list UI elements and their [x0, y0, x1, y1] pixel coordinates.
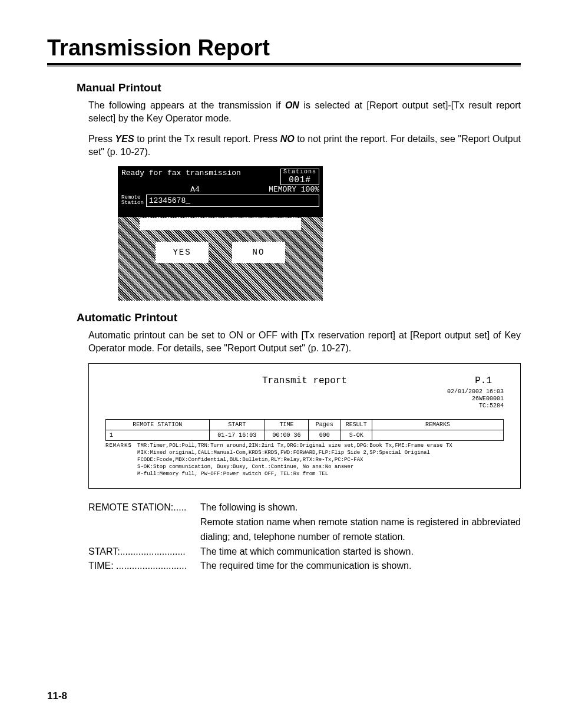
def-body-remote: The following is shown.	[200, 500, 521, 515]
report-tc: TC:5284	[447, 403, 504, 410]
no-button[interactable]: NO	[232, 242, 285, 263]
para-manual-2: Press YES to print the Tx result report.…	[88, 133, 521, 158]
report-remarks-legend: REMARKS TMR:Timer,POL:Poll,TRN:Turn arou…	[105, 442, 504, 478]
col-start: START	[209, 419, 265, 430]
page-title: Transmission Report	[47, 35, 521, 61]
lcd-stations-label: Stations	[283, 169, 316, 175]
text-no: NO	[280, 134, 295, 144]
report-id: 26WE00001	[447, 396, 504, 403]
remarks-line: M-full:Memory full, PW-OFF:Power switch …	[137, 470, 504, 477]
heading-automatic: Automatic Printout	[77, 311, 521, 324]
para-manual-1: The following appears at the transmissio…	[88, 99, 521, 124]
table-row: 1 01-17 16:03 00:00 36 000 S-OK	[106, 430, 504, 440]
remarks-lines: TMR:Timer,POL:Poll,TRN:Turn around,2IN:2…	[137, 442, 504, 478]
report-title: Transmit report	[105, 375, 504, 386]
fax-lcd-panel: Ready for fax transmission Stations 001#…	[118, 166, 323, 301]
remarks-line: TMR:Timer,POL:Poll,TRN:Turn around,2IN:2…	[137, 442, 504, 449]
lcd-stations-box: Stations 001#	[280, 169, 319, 185]
text: to print the Tx result report. Press	[134, 134, 280, 144]
para-automatic: Automatic printout can be set to ON or O…	[88, 329, 521, 354]
transmit-report-sample: Transmit report P.1 02/01/2002 16:03 26W…	[88, 363, 521, 489]
cell-result: S-OK	[340, 430, 372, 440]
col-time: TIME	[265, 419, 309, 430]
rule-thin	[47, 67, 521, 67]
def-term-time: TIME: ...........................	[88, 559, 200, 574]
cell-start: 01-17 16:03	[209, 430, 265, 440]
def-sub-remote: Remote station name when remote station …	[200, 515, 521, 545]
def-term-remote: REMOTE STATION:.....	[88, 500, 200, 515]
report-page: P.1	[475, 375, 492, 386]
def-body-start: The time at which communication started …	[200, 545, 521, 559]
page-number: 11-8	[47, 690, 67, 702]
col-pages: Pages	[309, 419, 340, 430]
def-term-start: START:.........................	[88, 545, 200, 559]
lcd-stations-value: 001#	[289, 175, 311, 185]
cell-pages: 000	[309, 430, 340, 440]
remarks-label: REMARKS	[105, 442, 137, 478]
lcd-memory: MEMORY 100%	[269, 185, 319, 194]
col-remote: REMOTE STATION	[106, 419, 210, 430]
remarks-line: FCODE:Fcode,MBX:Confidential,BUL:Bulleti…	[137, 456, 504, 463]
report-meta: 02/01/2002 16:03 26WE00001 TC:5284	[447, 388, 504, 410]
field-definitions: REMOTE STATION:..... The following is sh…	[88, 500, 521, 574]
heading-manual: Manual Printout	[77, 81, 521, 94]
text: The following appears at the transmissio…	[88, 100, 285, 110]
lcd-paper-size: A4	[121, 185, 269, 194]
report-date: 02/01/2002 16:03	[447, 388, 504, 396]
text: Press	[88, 134, 115, 144]
text-on: ON	[285, 100, 299, 110]
cell-time: 00:00 36	[265, 430, 309, 440]
yes-button[interactable]: YES	[156, 242, 209, 263]
rule-thick	[47, 63, 521, 65]
lcd-remote-label: RemoteStation	[121, 195, 144, 206]
def-body-time: The required time for the communication …	[200, 559, 521, 574]
report-table: REMOTE STATION START TIME Pages RESULT R…	[105, 419, 504, 441]
lcd-remote-input[interactable]: 12345678_	[146, 195, 319, 207]
text-yes: YES	[115, 134, 134, 144]
remarks-line: S-OK:Stop communication, Busy:Busy, Cont…	[137, 463, 504, 470]
lcd-question: Print Tx result report?	[118, 217, 323, 231]
remarks-line: MIX:Mixed original,CALL:Manual-Com,KRDS:…	[137, 449, 504, 456]
col-remarks: REMARKS	[372, 419, 504, 430]
cell-remarks	[372, 430, 504, 440]
col-result: RESULT	[340, 419, 372, 430]
lcd-hatched-area: Print Tx result report? YES NO	[118, 217, 323, 301]
lcd-ready-text: Ready for fax transmission	[121, 169, 241, 185]
cell-idx: 1	[106, 430, 210, 440]
